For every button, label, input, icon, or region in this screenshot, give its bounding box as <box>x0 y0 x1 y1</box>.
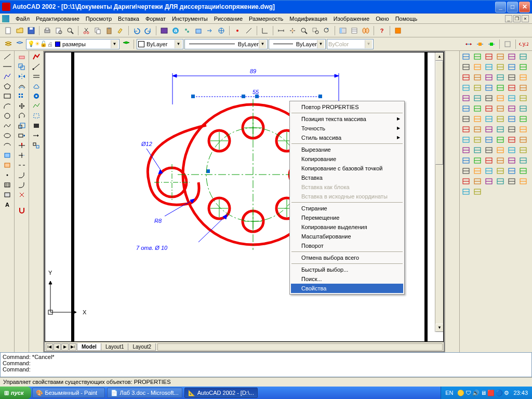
toolbar-button-58[interactable] <box>507 145 517 155</box>
toolbar-button-72[interactable] <box>461 177 471 186</box>
region-icon[interactable] <box>2 190 12 200</box>
tab-layout1[interactable]: Layout1 <box>101 343 129 351</box>
mtext-icon[interactable]: A <box>2 200 12 209</box>
toolbar-button-66[interactable] <box>461 166 471 176</box>
toolbar-button-26[interactable] <box>484 94 494 103</box>
ctx-precision[interactable]: Точность <box>291 124 403 133</box>
solid-icon[interactable] <box>31 121 42 130</box>
copy-icon[interactable] <box>92 25 103 36</box>
ctx-copybase[interactable]: Копирование с базовой точкой <box>291 164 403 173</box>
tray-icons[interactable]: 🟡🛡🔊🖥🟥🔵⚙ <box>457 390 510 396</box>
ctx-erase[interactable]: Стирание <box>291 204 403 213</box>
toolbar-button-28[interactable] <box>507 94 517 103</box>
props-icon[interactable] <box>349 25 360 36</box>
toolbar-button-20[interactable] <box>484 83 494 92</box>
toolbar-button-62[interactable] <box>484 156 494 165</box>
toolbar-button-11[interactable] <box>518 62 528 72</box>
grip[interactable] <box>242 95 245 98</box>
ucs-icon[interactable] <box>260 25 270 36</box>
spline-icon[interactable] <box>2 121 12 130</box>
toolbar-button-24[interactable] <box>461 94 471 103</box>
toolbar-button-18[interactable] <box>461 83 471 92</box>
extend-icon[interactable] <box>17 151 27 160</box>
dim-icon-2[interactable] <box>475 39 485 49</box>
toolbar-button-65[interactable] <box>518 156 528 165</box>
tab-layout2[interactable]: Layout2 <box>128 343 156 351</box>
toolbar-button-1[interactable] <box>472 52 483 61</box>
toolbar-button-77[interactable] <box>518 177 528 186</box>
toolbar-button-8[interactable] <box>484 62 494 72</box>
menu-tools[interactable]: Инструменты <box>169 15 211 23</box>
toolbar-button-19[interactable] <box>472 83 483 92</box>
toolbar-button-31[interactable] <box>472 104 483 113</box>
match-icon[interactable] <box>115 25 126 36</box>
ctx-textpos[interactable]: Позиция текста массива <box>291 114 403 124</box>
toolbar-button-51[interactable] <box>495 135 506 144</box>
ctx-find[interactable]: Поиск... <box>291 274 403 284</box>
chamfer-icon[interactable] <box>17 170 27 180</box>
pline-icon[interactable] <box>2 72 12 81</box>
toolbar-button-67[interactable] <box>472 166 483 176</box>
toolbar-button-50[interactable] <box>484 135 494 144</box>
mdi-close[interactable]: × <box>522 15 529 22</box>
toolbar-button-6[interactable] <box>461 62 471 72</box>
rotate-icon[interactable] <box>17 111 27 121</box>
lang-indicator[interactable]: EN <box>445 390 453 396</box>
toolbar-button-34[interactable] <box>507 104 517 113</box>
dist-icon[interactable] <box>276 25 286 36</box>
aa-icon[interactable] <box>393 25 403 36</box>
toolbar-button-21[interactable] <box>495 83 506 92</box>
toolbar-button-4[interactable] <box>507 52 517 61</box>
tracking-icon[interactable] <box>232 25 243 36</box>
toolbar-button-27[interactable] <box>495 94 506 103</box>
menu-format[interactable]: Формат <box>142 15 169 23</box>
menu-insert[interactable]: Вставка <box>115 15 142 23</box>
array-icon[interactable] <box>17 91 27 101</box>
task-paint[interactable]: 🎨Безымянный - Paint <box>32 388 105 398</box>
redo-icon[interactable] <box>143 25 153 36</box>
print-icon[interactable] <box>42 25 52 36</box>
toolbar-button-54[interactable] <box>461 145 471 155</box>
color-dropdown[interactable]: ByLayer ▼ <box>137 39 183 49</box>
vertical-scrollbar[interactable]: ▲ ▼ <box>435 52 443 332</box>
hyperlink-icon[interactable] <box>216 25 227 36</box>
toolbar-button-33[interactable] <box>495 104 506 113</box>
trim-icon[interactable] <box>17 141 27 150</box>
tab-next[interactable]: ▶ <box>61 343 69 351</box>
earc-icon[interactable] <box>2 141 12 150</box>
toolbar-button-3[interactable] <box>495 52 506 61</box>
xline-icon[interactable] <box>2 62 12 71</box>
menu-dimension[interactable]: Размерность <box>246 15 286 23</box>
toolbar-button-13[interactable] <box>472 73 483 82</box>
toolbar-button-68[interactable] <box>484 166 494 176</box>
toolbar-button-35[interactable] <box>518 104 528 113</box>
linetype-dropdown[interactable]: ByLayer ▼ <box>184 39 268 49</box>
mkblock-icon[interactable] <box>2 161 12 170</box>
toolbar-button-15[interactable] <box>495 73 506 82</box>
preview-icon[interactable] <box>54 25 64 36</box>
menu-modify[interactable]: Модификация <box>286 15 330 23</box>
menu-draw[interactable]: Рисование <box>211 15 246 23</box>
toolbar-button-30[interactable] <box>461 104 471 113</box>
dbconnect-icon[interactable] <box>361 25 371 36</box>
toolbar-button-5[interactable] <box>518 52 528 61</box>
polygon-icon[interactable] <box>2 82 12 91</box>
toolbar-button-69[interactable] <box>495 166 506 176</box>
etransmit-icon[interactable] <box>205 25 215 36</box>
toolbar-button-59[interactable] <box>518 145 528 155</box>
toolbar-button-44[interactable] <box>484 125 494 134</box>
dim-icon-3[interactable] <box>486 39 497 49</box>
task-word[interactable]: 📄Лаб 3.doc - Microsoft... <box>107 388 182 398</box>
ctx-move[interactable]: Перемещение <box>291 213 403 222</box>
fillet-icon[interactable] <box>17 180 27 190</box>
grip[interactable] <box>255 95 259 98</box>
toolbar-button-9[interactable] <box>495 62 506 72</box>
menu-file[interactable]: Файл <box>12 15 33 23</box>
today-icon[interactable] <box>159 25 169 36</box>
drawing-canvas[interactable]: 89 55 <box>45 52 444 342</box>
cloud-icon[interactable] <box>31 82 42 91</box>
toolbar-button-52[interactable] <box>507 135 517 144</box>
line-icon[interactable] <box>2 52 12 61</box>
mline-icon[interactable] <box>31 72 42 81</box>
tab-model[interactable]: Model <box>77 343 101 351</box>
